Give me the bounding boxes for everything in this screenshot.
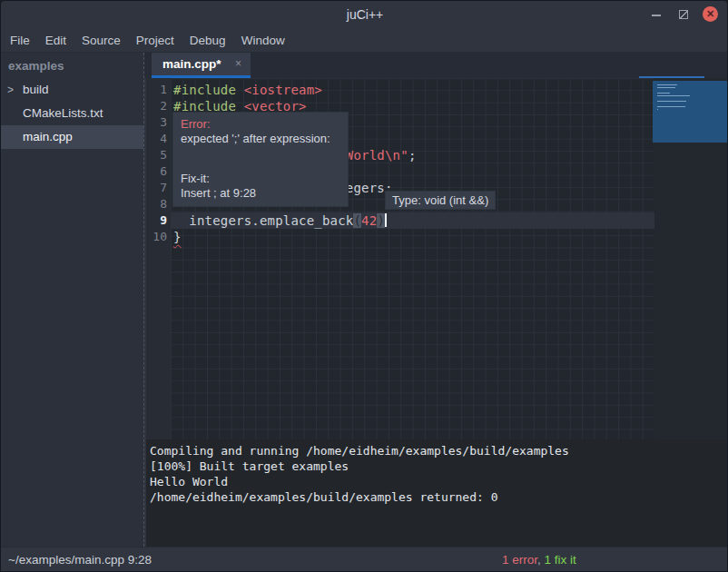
tab-bar: main.cpp* ×: [144, 53, 728, 78]
tab-label: main.cpp*: [162, 53, 221, 75]
line-number: 1: [146, 82, 167, 98]
fixit-title: Fix-it:: [181, 172, 340, 186]
terminal-line: [100%] Built target examples: [150, 459, 728, 474]
sidebar-item-cmakelists-txt[interactable]: CMakeLists.txt: [1, 102, 143, 125]
terminal-output[interactable]: Compiling and running /home/eidheim/exam…: [146, 439, 728, 547]
file-tree: >buildCMakeLists.txtmain.cpp: [1, 78, 143, 149]
status-separator: ,: [537, 553, 545, 567]
restore-icon: [679, 10, 688, 19]
menubar: FileEditSourceProjectDebugWindow: [1, 28, 728, 53]
code-token: ): [377, 213, 385, 228]
diagnostic-tooltip: Error: expected ';' after expression: Fi…: [172, 112, 349, 207]
minimap-code-line: [657, 95, 690, 96]
sidebar-item-build[interactable]: >build: [1, 78, 143, 102]
code-line: #include <iostream>: [173, 82, 417, 98]
restore-button[interactable]: [676, 7, 691, 22]
minimize-icon: [652, 15, 661, 16]
chevron-right-icon[interactable]: >: [7, 78, 14, 102]
tab-close-icon[interactable]: ×: [235, 53, 241, 75]
terminal-line: /home/eidheim/examples/build/examples re…: [150, 489, 728, 505]
menu-item-edit[interactable]: Edit: [45, 28, 66, 53]
diagnostic-title: Error:: [181, 117, 340, 132]
file-label: main.cpp: [23, 125, 73, 149]
minimap-code-line: [657, 101, 686, 102]
minimap[interactable]: [653, 81, 728, 143]
code-editor[interactable]: 12345678910 #include <iostream>#include …: [146, 78, 728, 439]
file-label: CMakeLists.txt: [23, 102, 103, 125]
text-cursor: [385, 213, 387, 227]
status-fixit-count: 1 fix it: [545, 553, 576, 567]
line-number: 9: [146, 212, 167, 229]
terminal-line: Compiling and running /home/eidheim/exam…: [150, 443, 728, 459]
line-number: 3: [146, 114, 167, 131]
terminal-line: Hello World: [150, 474, 728, 489]
line-number: 10: [146, 229, 167, 245]
minimize-button[interactable]: [649, 7, 664, 22]
pane-divider[interactable]: [143, 53, 144, 547]
status-file-position: ~/examples/main.cpp 9:28: [8, 547, 152, 572]
type-tooltip: Type: void (int &&): [385, 191, 496, 210]
close-button[interactable]: ✕: [703, 6, 718, 22]
minimap-code-line: [657, 87, 675, 88]
status-bar: ~/examples/main.cpp 9:28 1 error, 1 fix …: [1, 547, 728, 572]
diagnostic-message: expected ';' after expression:: [181, 132, 340, 146]
minimap-code-line: [657, 84, 677, 85]
line-number: 5: [146, 147, 167, 163]
fixit-message: Insert ; at 9:28: [181, 186, 340, 201]
menu-item-debug[interactable]: Debug: [190, 28, 226, 53]
line-number-gutter: 12345678910: [146, 78, 171, 439]
line-number: 2: [146, 98, 167, 114]
code-token: 42: [361, 213, 377, 228]
code-line: }: [173, 229, 417, 245]
status-error-count: 1 error: [502, 553, 537, 567]
code-token: [236, 83, 244, 97]
minimap-code-line: [657, 106, 685, 107]
menu-item-window[interactable]: Window: [241, 28, 285, 53]
code-token: #include: [173, 83, 236, 97]
minimap-code-line: [657, 109, 658, 110]
line-number: 4: [146, 131, 167, 147]
project-name: examples: [1, 53, 143, 78]
tab-main-cpp[interactable]: main.cpp* ×: [152, 53, 251, 78]
line-number: 8: [146, 196, 167, 212]
minimap-code-line: [657, 93, 670, 94]
code-token: ;: [408, 148, 417, 163]
line-number: 6: [146, 163, 167, 180]
code-token: <iostream>: [244, 83, 322, 97]
file-label: build: [23, 78, 49, 102]
line-number: 7: [146, 180, 167, 196]
code-line: integers.emplace_back(42): [173, 212, 417, 229]
code-token: integers.emplace_back: [173, 213, 353, 228]
menu-item-project[interactable]: Project: [136, 28, 174, 53]
menu-item-source[interactable]: Source: [82, 28, 121, 53]
window-title: juCi++: [1, 1, 728, 28]
status-diagnostics: 1 error, 1 fix it: [502, 547, 576, 572]
code-token: }: [173, 230, 182, 244]
sidebar-item-main-cpp[interactable]: main.cpp: [1, 125, 143, 149]
titlebar[interactable]: juCi++ ✕: [1, 1, 728, 28]
code-token: (: [353, 213, 361, 228]
menu-item-file[interactable]: File: [10, 28, 30, 53]
file-tree-panel: examples >buildCMakeLists.txtmain.cpp: [1, 53, 143, 547]
app-window: juCi++ ✕ FileEditSourceProjectDebugWindo…: [0, 0, 728, 572]
